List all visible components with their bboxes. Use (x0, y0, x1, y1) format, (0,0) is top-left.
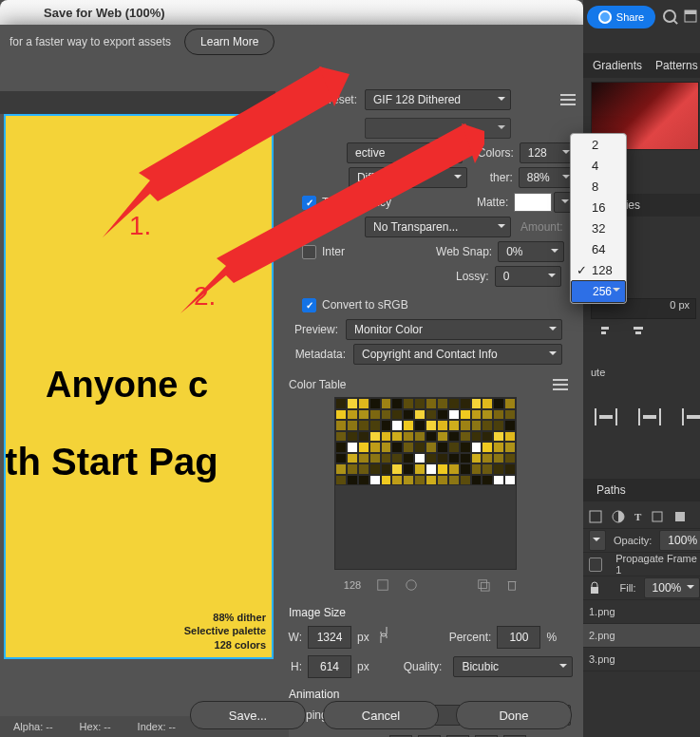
preview-canvas[interactable]: Anyone c ith Start Pag 88% dither Select… (4, 114, 274, 659)
distribute-icons-row (595, 408, 700, 425)
height-label: H: (287, 660, 302, 673)
percent-input[interactable] (497, 626, 540, 649)
interlaced-label: Inter (322, 245, 345, 258)
metadata-select[interactable]: Copyright and Contact Info (353, 344, 562, 365)
color-count: 128 (344, 579, 361, 591)
animation-title: Animation (289, 688, 576, 701)
search-icon[interactable] (663, 9, 678, 25)
colors-dropdown-menu[interactable]: 248163264128256 (570, 133, 627, 304)
layer-row[interactable]: 2.png (583, 624, 700, 648)
transparency-checkbox[interactable] (302, 196, 316, 210)
svg-rect-6 (590, 511, 601, 522)
opacity-label: Opacity: (614, 535, 652, 546)
websnap-select[interactable]: 0% (498, 241, 564, 262)
reduction-select[interactable]: ective (347, 142, 463, 163)
quality-label: Quality: (404, 660, 443, 673)
preset-menu-icon[interactable] (560, 94, 576, 105)
status-alpha: Alpha: -- (13, 721, 53, 732)
lock-color-icon[interactable] (376, 578, 389, 592)
colors-option-64[interactable]: 64 (571, 238, 626, 259)
preset-select[interactable]: GIF 128 Dithered (365, 89, 511, 110)
panel-tabs-gradients[interactable]: Gradients Patterns (583, 53, 700, 78)
svg-rect-0 (378, 580, 388, 591)
color-table[interactable] (334, 397, 517, 570)
save-button[interactable]: Save... (190, 701, 306, 729)
done-button[interactable]: Done (456, 701, 572, 729)
svg-point-1 (407, 580, 417, 591)
convert-srgb-checkbox[interactable] (302, 298, 316, 312)
align-left-icon[interactable] (596, 323, 612, 338)
colors-option-16[interactable]: 16 (571, 197, 626, 217)
workspace-icon[interactable] (684, 9, 697, 23)
photoshop-panels: Share Gradients Patterns Libraries 0 px … (583, 0, 700, 737)
quality-select[interactable]: Bicubic (453, 656, 573, 677)
svg-rect-2 (479, 580, 487, 589)
delete-color-icon[interactable] (505, 578, 519, 592)
colors-option-128[interactable]: 128 (571, 259, 626, 280)
filter-type-icon[interactable]: T (634, 511, 641, 522)
learn-more-button[interactable]: Learn More (184, 28, 274, 55)
dialog-titlebar[interactable]: Save for Web (100%) (0, 0, 583, 26)
matte-swatch[interactable] (514, 193, 552, 212)
distribute-top-icon[interactable] (595, 408, 617, 425)
width-label: W: (287, 631, 302, 644)
color-table-menu-icon[interactable] (553, 379, 568, 390)
filter-shape-icon[interactable] (651, 510, 664, 523)
preview-tab-strip[interactable] (0, 91, 275, 114)
share-button[interactable]: Share (587, 6, 655, 28)
height-input[interactable] (308, 655, 351, 678)
preview-label: Preview: (287, 323, 346, 336)
annotation-number-1: 1. (129, 211, 151, 241)
websnap-label: Web Snap: (436, 245, 492, 258)
dither-amount-label: ther: (490, 171, 513, 184)
tab-paths[interactable]: Paths (583, 479, 700, 501)
propagate-checkbox[interactable] (589, 557, 602, 572)
colors-option-256[interactable]: 256 (571, 280, 626, 303)
save-for-web-dialog: for a faster way to export assets Learn … (0, 25, 583, 737)
cancel-button[interactable]: Cancel (323, 701, 439, 729)
map-transparent-icon[interactable] (405, 578, 418, 592)
format-select[interactable] (365, 118, 511, 139)
dither-type-select[interactable]: Diffusion (349, 167, 467, 188)
colors-option-2[interactable]: 2 (571, 134, 626, 155)
fill-label: Fill: (619, 582, 635, 594)
colors-option-8[interactable]: 8 (571, 176, 626, 197)
status-hex: Hex: -- (80, 721, 111, 732)
opacity-value[interactable]: 100% (659, 530, 700, 551)
layer-row[interactable]: 1.png (583, 600, 700, 624)
colors-select[interactable]: 128 (520, 142, 576, 163)
new-color-icon[interactable] (477, 578, 490, 592)
dialog-title: Save for Web (100%) (44, 6, 165, 20)
trans-dither-select[interactable]: No Transparen... (365, 217, 511, 237)
height-unit: px (357, 660, 369, 673)
filter-smart-icon[interactable] (673, 510, 687, 523)
convert-srgb-label: Convert to sRGB (322, 298, 408, 312)
colors-option-32[interactable]: 32 (571, 217, 626, 238)
filter-adjust-icon[interactable] (612, 510, 625, 523)
align-center-icon[interactable] (631, 323, 646, 338)
width-input[interactable] (308, 626, 351, 649)
preview-select[interactable]: Monitor Color (346, 319, 562, 340)
lossy-select[interactable]: 0 (495, 266, 561, 287)
svg-rect-5 (685, 10, 696, 14)
tab-gradients[interactable]: Gradients (593, 59, 642, 72)
color-table-toolbar: 128 (287, 574, 576, 596)
dialog-button-row: Save... Cancel Done (190, 701, 572, 729)
annotation-number-2: 2. (194, 281, 216, 312)
attribute-label-fragment: ute (591, 367, 605, 378)
preview-colors-text: 128 colors (184, 638, 266, 652)
tab-patterns[interactable]: Patterns (655, 59, 698, 72)
fill-value[interactable]: 100% (644, 577, 700, 598)
opacity-dropdown-icon[interactable] (589, 530, 606, 551)
dither-amount-select[interactable]: 88% (519, 167, 576, 188)
link-wh-icon[interactable] (379, 623, 390, 652)
settings-panel: Preset: GIF 128 Dithered ective Colors: … (287, 87, 576, 720)
colors-option-4[interactable]: 4 (571, 155, 626, 176)
layers-panel: T Opacity: 100% Propagate Frame 1 Fill: … (583, 505, 700, 714)
layer-row[interactable]: 3.png (583, 648, 700, 671)
lock-icon[interactable] (589, 581, 598, 595)
filter-pixel-icon[interactable] (589, 510, 602, 523)
interlaced-checkbox[interactable] (302, 245, 316, 259)
distribute-vcenter-icon[interactable] (638, 408, 661, 425)
distribute-bottom-icon[interactable] (682, 408, 700, 425)
